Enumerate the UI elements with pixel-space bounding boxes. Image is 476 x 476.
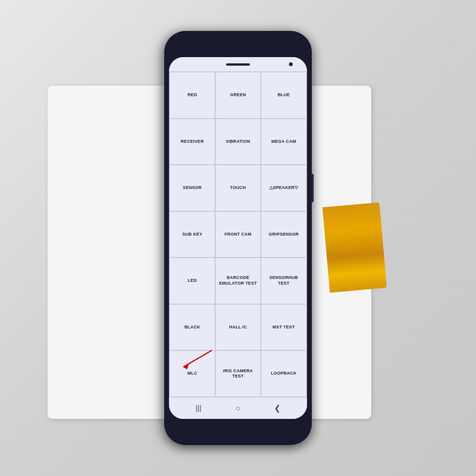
grid-cell-black[interactable]: BLACK (170, 305, 215, 350)
phone-nav-bar: ||| ○ ❮ (169, 397, 307, 419)
grid-cell-speaker[interactable]: △SPEAKER▽ (261, 165, 306, 211)
grid-cell-mlc[interactable]: MLC (170, 351, 215, 397)
grid-cell-mst-test[interactable]: MST TEST (261, 305, 306, 350)
phone-body: RED GREEN BLUE RECEIVER VIBRATION MEGA C… (164, 31, 312, 445)
grid-cell-sensorhub[interactable]: SENSORHUB TEST (261, 258, 306, 304)
grid-cell-mega-cam[interactable]: MEGA CAM (261, 119, 306, 165)
background: RED GREEN BLUE RECEIVER VIBRATION MEGA C… (0, 0, 476, 476)
grid-cell-vibration[interactable]: VIBRATION (216, 119, 260, 165)
back-icon[interactable]: ❮ (274, 404, 280, 413)
phone-top-bar (169, 57, 307, 71)
grid-cell-red[interactable]: RED (170, 72, 215, 118)
phone-speaker (226, 63, 250, 66)
grid-cell-blue[interactable]: BLUE (261, 72, 306, 118)
grid-cell-touch[interactable]: TOUCH (216, 165, 260, 211)
grid-cell-loopback[interactable]: LOOPBACK (261, 351, 306, 397)
grid-cell-barcode-emulator[interactable]: BARCODE EMULATOR TEST (216, 258, 260, 304)
grid-cell-receiver[interactable]: RECEIVER (170, 119, 215, 165)
phone-screen: RED GREEN BLUE RECEIVER VIBRATION MEGA C… (169, 57, 307, 419)
home-icon[interactable]: ○ (236, 404, 240, 413)
recent-apps-icon[interactable]: ||| (196, 404, 201, 413)
grid-cell-iris-camera[interactable]: IRIS CAMERA TEST (216, 351, 260, 397)
grid-cell-sub-key[interactable]: SUB KEY (170, 212, 215, 258)
ribbon-cable (322, 202, 387, 293)
test-grid: RED GREEN BLUE RECEIVER VIBRATION MEGA C… (169, 71, 307, 397)
front-camera (289, 62, 293, 66)
grid-cell-gripsensor[interactable]: GRIPSENSOR (261, 212, 306, 258)
grid-cell-hall-ic[interactable]: HALL IC (216, 305, 260, 350)
power-button[interactable] (312, 174, 314, 202)
grid-cell-sensor[interactable]: SENSOR (170, 165, 215, 211)
grid-cell-green[interactable]: GREEN (216, 72, 260, 118)
grid-cell-front-cam[interactable]: FRONT CAM (216, 212, 260, 258)
grid-cell-led[interactable]: LED (170, 258, 215, 304)
